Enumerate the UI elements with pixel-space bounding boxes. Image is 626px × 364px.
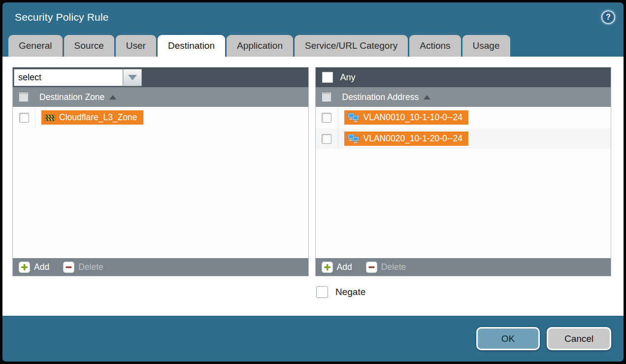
negate-checkbox[interactable] — [316, 286, 328, 298]
zone-column-header-label[interactable]: Destination Zone — [39, 92, 116, 102]
address-network-icon — [348, 134, 360, 143]
sort-ascending-icon — [424, 95, 430, 99]
address-list-row[interactable]: VLAN0010_10-1-10-0--24 — [316, 107, 611, 128]
tab-service-url-category[interactable]: Service/URL Category — [295, 35, 408, 57]
destination-address-panel: Any Destination Address — [315, 67, 612, 276]
cancel-button[interactable]: Cancel — [547, 327, 611, 350]
address-row-checkbox[interactable] — [322, 134, 331, 144]
address-column-header-text: Destination Address — [342, 92, 419, 102]
minus-icon — [63, 262, 74, 273]
zone-chip[interactable]: Cloudflare_L3_Zone — [41, 110, 143, 125]
zone-column-header: Destination Zone — [13, 87, 308, 107]
chevron-down-icon — [128, 75, 137, 80]
tab-destination[interactable]: Destination — [158, 35, 225, 57]
panels-container: Destination Zone — [12, 67, 611, 276]
title-bar: Security Policy Rule ? — [2, 2, 624, 32]
zone-delete-button[interactable]: Delete — [63, 262, 103, 273]
address-add-button[interactable]: Add — [322, 262, 352, 273]
address-panel-footer: Add Delete — [316, 258, 611, 276]
address-select-all-checkbox[interactable] — [322, 93, 331, 101]
address-row-checkbox-cell — [316, 107, 338, 128]
zone-list: Cloudflare_L3_Zone — [13, 107, 308, 258]
dialog-title: Security Policy Rule — [15, 11, 109, 23]
zone-list-row[interactable]: Cloudflare_L3_Zone — [13, 107, 308, 128]
destination-zone-panel: Destination Zone — [12, 67, 309, 276]
tab-general[interactable]: General — [8, 35, 63, 57]
zone-panel-footer: Add Delete — [13, 258, 308, 276]
address-delete-button[interactable]: Delete — [366, 262, 406, 273]
minus-icon — [366, 262, 377, 273]
plus-icon — [19, 262, 30, 273]
address-chip-label: VLAN0020_10-1-20-0--24 — [363, 133, 462, 144]
zone-select-all-checkbox[interactable] — [19, 93, 28, 101]
zone-panel-toolbar — [13, 67, 308, 87]
address-list-row[interactable]: VLAN0020_10-1-20-0--24 — [316, 128, 611, 149]
dialog-footer: OK Cancel — [2, 316, 624, 362]
destination-tab-content: Destination Zone — [2, 57, 624, 316]
tab-source[interactable]: Source — [64, 35, 114, 57]
address-row-checkbox-cell — [316, 128, 338, 149]
security-policy-rule-dialog: Security Policy Rule ? General Source Us… — [2, 2, 624, 362]
help-icon[interactable]: ? — [601, 10, 615, 24]
zone-delete-label: Delete — [78, 262, 103, 272]
tab-application[interactable]: Application — [227, 35, 293, 57]
address-network-icon — [348, 113, 360, 122]
any-checkbox[interactable] — [322, 72, 333, 83]
dialog-frame: Security Policy Rule ? General Source Us… — [0, 0, 626, 364]
any-label: Any — [340, 72, 356, 83]
negate-label: Negate — [335, 287, 365, 298]
address-column-header-label[interactable]: Destination Address — [342, 92, 431, 102]
negate-row: Negate — [316, 286, 611, 298]
address-chip[interactable]: VLAN0010_10-1-10-0--24 — [344, 110, 468, 125]
tab-user[interactable]: User — [116, 35, 156, 57]
zone-chip-label: Cloudflare_L3_Zone — [59, 112, 137, 123]
plus-icon — [322, 262, 333, 273]
address-chip[interactable]: VLAN0020_10-1-20-0--24 — [344, 132, 468, 146]
address-panel-toolbar: Any — [316, 67, 611, 87]
zone-row-checkbox-cell — [13, 107, 35, 128]
address-row-checkbox[interactable] — [322, 113, 331, 123]
zone-select-combo — [14, 69, 142, 86]
zone-row-checkbox[interactable] — [19, 113, 29, 123]
address-delete-label: Delete — [381, 262, 406, 272]
zone-column-header-text: Destination Zone — [39, 92, 104, 102]
zone-select-dropdown-button[interactable] — [123, 69, 142, 86]
address-add-label: Add — [337, 262, 352, 272]
address-list: VLAN0010_10-1-10-0--24 — [316, 107, 611, 258]
sort-ascending-icon — [109, 95, 116, 99]
zone-select-input[interactable] — [14, 69, 123, 86]
zone-add-button[interactable]: Add — [19, 262, 49, 273]
tab-strip: General Source User Destination Applicat… — [2, 32, 624, 57]
address-column-header: Destination Address — [316, 87, 611, 107]
tab-usage[interactable]: Usage — [462, 35, 510, 57]
address-chip-label: VLAN0010_10-1-10-0--24 — [363, 112, 462, 123]
zone-barrier-icon — [45, 114, 55, 122]
ok-button[interactable]: OK — [476, 327, 540, 350]
zone-add-label: Add — [34, 262, 49, 272]
tab-actions[interactable]: Actions — [409, 35, 461, 57]
